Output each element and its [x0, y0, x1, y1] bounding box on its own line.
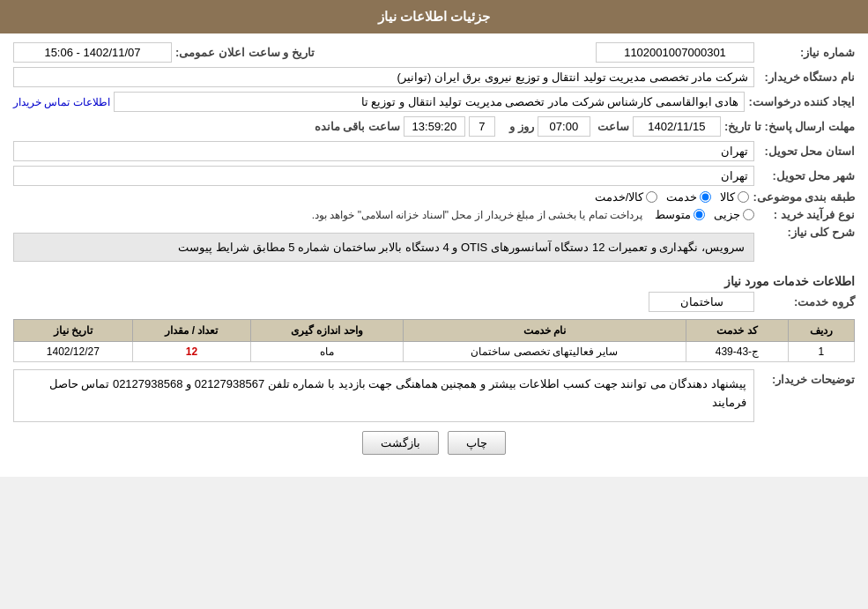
category-kala-khadamat-radio[interactable] [646, 191, 657, 203]
category-kala-khadamat-item: کالا/خدمت [595, 190, 658, 204]
response-remaining: 13:59:20 [404, 116, 465, 137]
province-row: استان محل تحویل: تهران [13, 141, 855, 161]
city-row: شهر محل تحویل: تهران [13, 166, 855, 186]
category-radio-group: کالا خدمت کالا/خدمت [595, 190, 750, 204]
cell-date-0: 1402/12/27 [14, 342, 133, 362]
table-row: 1 ج-43-439 سایر فعالیتهای تخصصی ساختمان … [14, 342, 855, 362]
cell-unit-0: ماه [251, 342, 403, 362]
notes-label: توضیحات خریدار: [758, 369, 855, 386]
category-khadamat-label: خدمت [666, 190, 697, 204]
cell-quantity-0: 12 [132, 342, 251, 362]
process-jozii-label: جزیی [714, 208, 740, 221]
cell-code-0: ج-43-439 [686, 342, 788, 362]
need-number-value: 1102001007000301 [596, 42, 754, 63]
need-description-row: شرح کلی نیاز: سرویس، نگهداری و تعمیرات 1… [13, 226, 855, 269]
process-radio-group: جزیی متوسط [655, 208, 754, 221]
requester-value: شرکت مادر تخصصی مدیریت تولید انتقال و تو… [13, 67, 754, 87]
process-label: نوع فرآیند خرید : [758, 208, 855, 221]
process-mootassat-item: متوسط [655, 208, 705, 221]
process-jozii-radio[interactable] [743, 209, 754, 220]
response-time-label: ساعت [594, 120, 629, 133]
category-row: طبقه بندی موضوعی: کالا خدمت کالا/خدمت [13, 190, 855, 204]
response-days-label: روز و [499, 120, 534, 133]
province-value: تهران [13, 141, 754, 161]
service-group-row: گروه خدمت: ساختمان [13, 292, 855, 312]
process-mootassat-label: متوسط [655, 208, 691, 221]
need-number-label: شماره نیاز: [758, 46, 855, 59]
response-row: مهلت ارسال پاسخ: تا تاریخ: 1402/11/15 سا… [13, 116, 855, 137]
category-kala-label: کالا [720, 190, 735, 204]
col-header-row: ردیف [788, 320, 854, 342]
need-description-label: شرح کلی نیاز: [758, 226, 855, 239]
category-kala-khadamat-label: کالا/خدمت [595, 190, 644, 204]
need-description-value: سرویس، نگهداری و تعمیرات 12 دستگاه آسانس… [178, 241, 745, 254]
page-title: جزئیات اطلاعات نیاز [378, 9, 490, 24]
need-number-row: شماره نیاز: 1102001007000301 تاریخ و ساع… [13, 42, 855, 63]
col-header-unit: واحد اندازه گیری [251, 320, 403, 342]
date-time-label: تاریخ و ساعت اعلان عمومی: [175, 46, 315, 59]
cell-name-0: سایر فعالیتهای تخصصی ساختمان [403, 342, 686, 362]
date-time-value: 1402/11/07 - 15:06 [13, 42, 172, 63]
category-label: طبقه بندی موضوعی: [753, 190, 855, 204]
requester-row: نام دستگاه خریدار: شرکت مادر تخصصی مدیری… [13, 67, 855, 87]
cell-row-0: 1 [788, 342, 854, 362]
process-mootassat-radio[interactable] [694, 209, 705, 220]
services-table-section: ردیف کد خدمت نام خدمت واحد اندازه گیری ت… [13, 319, 855, 362]
back-button[interactable]: بازگشت [362, 431, 439, 455]
page-wrapper: جزئیات اطلاعات نیاز شماره نیاز: 11020010… [0, 0, 868, 477]
process-description: پرداخت تمام یا بخشی از مبلغ خریدار از مح… [312, 209, 642, 221]
category-khadamat-item: خدمت [666, 190, 711, 204]
province-label: استان محل تحویل: [758, 145, 855, 158]
page-header: جزئیات اطلاعات نیاز [0, 0, 868, 33]
notes-row: توضیحات خریدار: پیشنهاد دهندگان می توانن… [13, 369, 855, 422]
process-jozii-item: جزیی [714, 208, 754, 221]
main-content: شماره نیاز: 1102001007000301 تاریخ و ساع… [0, 33, 868, 477]
category-khadamat-radio[interactable] [700, 191, 711, 203]
button-row: چاپ بازگشت [13, 431, 855, 468]
city-value: تهران [13, 166, 754, 186]
col-header-date: تاریخ نیاز [14, 320, 133, 342]
col-header-name: نام خدمت [403, 320, 686, 342]
creator-link[interactable]: اطلاعات تماس خریدار [13, 96, 110, 108]
need-description-box: سرویس، نگهداری و تعمیرات 12 دستگاه آسانس… [13, 233, 754, 262]
services-table: ردیف کد خدمت نام خدمت واحد اندازه گیری ت… [13, 319, 855, 362]
response-label: مهلت ارسال پاسخ: تا تاریخ: [724, 120, 855, 133]
notes-value: پیشنهاد دهندگان می توانند جهت کسب اطلاعا… [49, 377, 746, 409]
response-date: 1402/11/15 [633, 116, 721, 137]
requester-label: نام دستگاه خریدار: [758, 71, 855, 84]
response-time: 07:00 [538, 116, 590, 137]
category-kala-item: کالا [720, 190, 749, 204]
response-days: 7 [469, 116, 495, 137]
creator-value: هادی ابوالقاسمی کارشناس شرکت مادر تخصصی … [114, 92, 746, 112]
creator-row: ایجاد کننده درخواست: هادی ابوالقاسمی کار… [13, 92, 855, 112]
category-kala-radio[interactable] [738, 191, 749, 203]
col-header-quantity: تعداد / مقدار [132, 320, 251, 342]
table-body: 1 ج-43-439 سایر فعالیتهای تخصصی ساختمان … [14, 342, 855, 362]
table-header-row: ردیف کد خدمت نام خدمت واحد اندازه گیری ت… [14, 320, 855, 342]
col-header-code: کد خدمت [686, 320, 788, 342]
city-label: شهر محل تحویل: [758, 169, 855, 182]
service-group-label: گروه خدمت: [758, 295, 855, 308]
service-info-title: اطلاعات خدمات مورد نیاز [13, 274, 855, 288]
print-button[interactable]: چاپ [448, 431, 506, 455]
response-remaining-label: ساعت باقی مانده [315, 120, 400, 133]
service-group-value: ساختمان [649, 292, 754, 312]
notes-box: پیشنهاد دهندگان می توانند جهت کسب اطلاعا… [13, 369, 754, 422]
creator-label: ایجاد کننده درخواست: [748, 95, 855, 108]
process-row: نوع فرآیند خرید : جزیی متوسط پرداخت تمام… [13, 208, 855, 221]
